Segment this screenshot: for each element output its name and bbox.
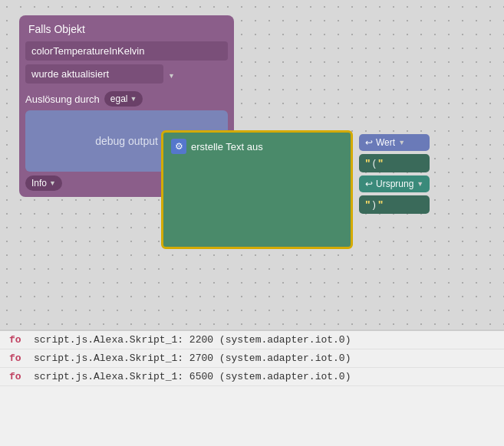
quote-close2: "	[378, 198, 384, 211]
wert-connector[interactable]: ↩ Wert ▼	[359, 134, 430, 151]
ursprung-prefix: ↩	[365, 179, 373, 189]
connector-group: ↩ Wert ▼ " ( " ↩ Ursprung ▼ " ) "	[359, 134, 430, 214]
main-block-title: Falls Objekt	[25, 21, 228, 37]
trigger-arrow: ▼	[130, 95, 137, 103]
ursprung-label: Ursprung	[376, 179, 413, 189]
text-block-label: erstelle Text aus	[191, 141, 263, 152]
quote-close1: "	[378, 157, 384, 169]
log-row-1: fo script.js.Alexa.Skript_1: 2200 (syste…	[0, 331, 504, 349]
info-dropdown[interactable]: Info ▼	[25, 175, 62, 191]
gear-symbol: ⚙	[175, 141, 183, 152]
quote-open2: "	[365, 198, 371, 211]
log-area: fo script.js.Alexa.Skript_1: 2200 (syste…	[0, 330, 504, 446]
log-prefix-1: fo	[9, 334, 25, 346]
info-label: Info	[31, 178, 47, 189]
log-text-3: script.js.Alexa.Skript_1: 6500 (system.a…	[34, 371, 351, 382]
field2-arrow[interactable]: ▼	[168, 72, 175, 80]
wert-prefix: ↩	[365, 137, 373, 148]
log-prefix-3: fo	[9, 371, 25, 382]
open-paren-text: (	[373, 158, 376, 169]
trigger-row: Auslösung durch egal ▼	[25, 91, 228, 107]
log-text-1: script.js.Alexa.Skript_1: 2200 (system.a…	[34, 334, 351, 346]
log-prefix-2: fo	[9, 353, 25, 364]
info-arrow: ▼	[49, 179, 56, 187]
trigger-dropdown[interactable]: egal ▼	[104, 91, 143, 107]
trigger-value: egal	[110, 93, 128, 104]
wert-label: Wert	[376, 137, 395, 148]
ursprung-connector[interactable]: ↩ Ursprung ▼	[359, 175, 430, 192]
trigger-label: Auslösung durch	[25, 93, 100, 105]
debug-output-text: debug output	[95, 135, 158, 147]
aktualisiert-field[interactable]: wurde aktualisiert	[25, 64, 163, 84]
wert-arrow: ▼	[398, 139, 405, 146]
text-block: ⚙ erstelle Text aus	[161, 130, 353, 249]
gear-icon[interactable]: ⚙	[171, 139, 186, 154]
quote-open1: "	[365, 157, 371, 169]
ursprung-arrow: ▼	[417, 180, 423, 188]
text-block-header: ⚙ erstelle Text aus	[171, 139, 343, 154]
log-row-2: fo script.js.Alexa.Skript_1: 2700 (syste…	[0, 349, 504, 368]
field2-row: wurde aktualisiert ▼	[25, 64, 228, 87]
log-row-3: fo script.js.Alexa.Skript_1: 6500 (syste…	[0, 368, 504, 386]
log-text-2: script.js.Alexa.Skript_1: 2700 (system.a…	[34, 353, 351, 364]
canvas: Falls Objekt colorTemperatureInKelvin wu…	[0, 0, 504, 330]
close-paren-block: " ) "	[359, 195, 430, 214]
object-field[interactable]: colorTemperatureInKelvin	[25, 41, 228, 61]
open-paren-block: " ( "	[359, 154, 430, 172]
close-paren-text: )	[373, 199, 376, 210]
